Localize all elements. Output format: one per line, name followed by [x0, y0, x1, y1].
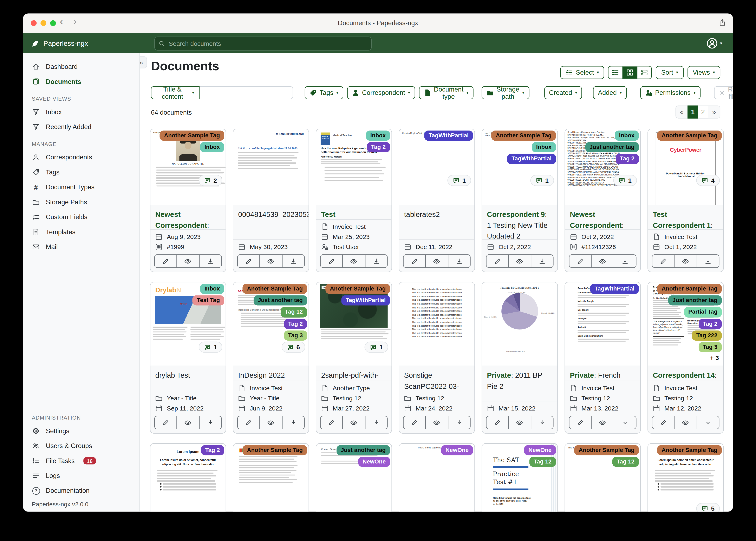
sidebar-item-settings[interactable]: Settings — [23, 423, 139, 438]
sidebar-collapse-button[interactable]: « — [140, 56, 147, 68]
tag-another-sample-tag[interactable]: Another Sample Tag — [243, 284, 307, 294]
search-input[interactable] — [168, 40, 367, 48]
document-card[interactable]: ✻ BANK OF SCOTLAND 2,0 % p. a. auf Ihr T… — [233, 129, 309, 272]
document-card[interactable]: Boundary Waters TripAnother Sample TagTa… — [316, 282, 392, 434]
download-document-button[interactable] — [199, 416, 221, 429]
tag-inbox[interactable]: Inbox — [615, 131, 639, 141]
sidebar-item-dashboard[interactable]: Dashboard — [23, 59, 139, 74]
document-thumbnail[interactable]: Lorem ipsumLorem ipsum dolor sit amet, c… — [150, 444, 226, 511]
tag-another-sample-tag[interactable]: Another Sample Tag — [326, 284, 390, 294]
filter-created-button[interactable]: Created▾ — [544, 86, 582, 99]
filter-storage-path-button[interactable]: Storage path▾ — [482, 86, 529, 99]
document-card[interactable]: DrylabN NETFLIX InboxTest Tag1drylab Tes… — [150, 282, 226, 434]
document-title[interactable]: Private: 2011 BP Pie 2 — [482, 366, 558, 401]
sort-button[interactable]: Sort ▾ — [656, 66, 684, 79]
document-title[interactable]: Newest Correspondent: Sample100.csv — [565, 205, 640, 230]
tag-another-sample-tag[interactable]: Another Sample Tag — [491, 131, 556, 141]
document-correspondent[interactable]: Private — [570, 371, 594, 379]
tag-inbox[interactable]: Inbox — [366, 131, 390, 141]
tag-tag-12[interactable]: Tag 12 — [281, 307, 307, 317]
document-card[interactable]: This is a test for the double space char… — [399, 282, 475, 434]
tag-tag-2[interactable]: Tag 2 — [284, 319, 307, 329]
tag-another-sample-tag[interactable]: Another Sample Tag — [657, 445, 722, 455]
tag-another-sample-tag[interactable]: Another Sample Tag — [657, 284, 722, 294]
document-thumbnail[interactable]: Serial Number,Company Name,Employe978818… — [565, 129, 640, 205]
preview-document-button[interactable] — [591, 416, 614, 429]
download-document-button[interactable] — [282, 416, 304, 429]
tag-another-sample-tag[interactable]: Another Sample Tag — [243, 445, 307, 455]
document-title[interactable]: InDesign 2022 Scripting Read Me — [233, 366, 309, 381]
notes-count-badge[interactable]: 1 — [198, 342, 222, 353]
preview-document-button[interactable] — [425, 416, 448, 429]
notes-count-badge[interactable]: 2 — [198, 175, 222, 186]
tag-tag-222[interactable]: Tag 222 — [692, 330, 722, 340]
tag-newone[interactable]: NewOne — [524, 445, 556, 455]
preview-document-button[interactable] — [343, 255, 365, 268]
document-thumbnail[interactable]: The SAT PracticeTest #1 Make time to tak… — [482, 444, 558, 511]
sidebar-item-recently-added[interactable]: Recently Added — [23, 120, 139, 135]
document-thumbnail[interactable]: Review ofof ArbitralCertainty of Award B… — [648, 282, 723, 366]
tag-tag-2[interactable]: Tag 2 — [367, 142, 390, 153]
preview-document-button[interactable] — [508, 416, 531, 429]
document-card[interactable]: CyberPower PowerPanel® Business EditionU… — [647, 129, 724, 272]
document-card[interactable]: The SAT PracticeTest #1 Make time to tak… — [482, 443, 558, 512]
filter-tags-button[interactable]: Tags▾ — [305, 86, 343, 99]
sidebar-item-inbox[interactable]: Inbox — [23, 105, 139, 119]
download-document-button[interactable] — [614, 416, 636, 429]
views-button[interactable]: Views ▾ — [687, 66, 720, 79]
document-title[interactable]: Private: French Country Bread Revised.do… — [565, 366, 640, 381]
preview-document-button[interactable] — [425, 255, 448, 268]
edit-document-button[interactable] — [155, 416, 177, 429]
document-card[interactable]: Lorem ipsumLorem ipsum dolor sit amet, c… — [647, 443, 724, 512]
tag-tagwithpartial[interactable]: TagWithPartial — [424, 131, 473, 141]
view-list-button[interactable] — [609, 66, 623, 78]
tag-tag-12[interactable]: Tag 12 — [529, 457, 556, 467]
download-document-button[interactable] — [531, 416, 553, 429]
notes-count-badge[interactable]: 6 — [281, 342, 305, 353]
pagination-prev[interactable]: « — [676, 106, 688, 119]
filter-permissions-button[interactable]: Permissions▾ — [640, 86, 700, 99]
tag-just-another-tag[interactable]: Just another tag — [336, 445, 390, 455]
sidebar-item-correspondents[interactable]: Correspondents — [23, 150, 139, 165]
edit-document-button[interactable] — [569, 416, 591, 429]
edit-document-button[interactable] — [404, 416, 425, 429]
document-thumbnail[interactable]: Lorem ipsumLorem ipsum dolor sit amet, c… — [648, 444, 723, 511]
document-card[interactable]: Patient BP Distribution 2011 Isolated Sy… — [482, 282, 558, 434]
document-title[interactable]: Sonstige ScanPC2022 03-24_081058 — [399, 366, 475, 391]
filter-text-input[interactable] — [200, 86, 293, 99]
document-thumbnail[interactable]: This is a multi page document. Page 1.Ne… — [399, 444, 475, 511]
tag-newone[interactable]: NewOne — [358, 457, 390, 467]
tag-just-another-tag[interactable]: Just another tag — [668, 295, 722, 306]
preview-document-button[interactable] — [674, 416, 697, 429]
document-card[interactable]: Ado InDesign Scripting DocumentationAnot… — [233, 282, 309, 434]
notes-count-badge[interactable]: 1 — [447, 175, 471, 186]
tag-test-tag[interactable]: Test Tag — [193, 295, 224, 306]
sidebar-item-document-types[interactable]: #Document Types — [23, 180, 139, 195]
sidebar-item-logs[interactable]: Logs — [23, 468, 139, 483]
download-document-button[interactable] — [199, 255, 221, 268]
filter-document-type-button[interactable]: Document type▾ — [419, 86, 473, 99]
document-thumbnail[interactable]: CyberPower PowerPanel® Business EditionU… — [648, 129, 723, 205]
sidebar-item-templates[interactable]: Templates — [23, 225, 139, 240]
tag-just-another-tag[interactable]: Just another tag — [585, 142, 639, 153]
document-thumbnail[interactable]: DrylabN NETFLIX InboxTest Tag1 — [150, 282, 226, 366]
document-thumbnail[interactable]: Patient BP Distribution 2011 Isolated Sy… — [482, 282, 558, 366]
document-correspondent[interactable]: Private — [487, 371, 511, 379]
sidebar-item-documents[interactable]: Documents — [23, 74, 139, 89]
reset-filters-button[interactable]: Reset filters — [714, 86, 733, 99]
global-search[interactable] — [154, 37, 372, 51]
edit-document-button[interactable] — [321, 255, 343, 268]
document-title[interactable]: Test Correspondent 1: UM_PPBE_en_v29 — [648, 205, 723, 230]
sidebar-item-tags[interactable]: Tags — [23, 165, 139, 180]
tag-tag-2[interactable]: Tag 2 — [201, 445, 224, 455]
document-correspondent[interactable]: Newest Correspondent — [570, 210, 622, 229]
edit-document-button[interactable] — [238, 255, 260, 268]
tag-tag-3[interactable]: Tag 3 — [698, 342, 722, 352]
download-document-button[interactable] — [697, 416, 719, 429]
preview-document-button[interactable] — [343, 416, 365, 429]
tag-newone[interactable]: NewOne — [441, 445, 473, 455]
document-thumbnail[interactable]: This is a testAnother Sample TagTag 12 — [565, 444, 640, 511]
download-document-button[interactable] — [365, 416, 387, 429]
document-title[interactable]: drylab Test — [150, 366, 226, 391]
download-document-button[interactable] — [448, 416, 470, 429]
